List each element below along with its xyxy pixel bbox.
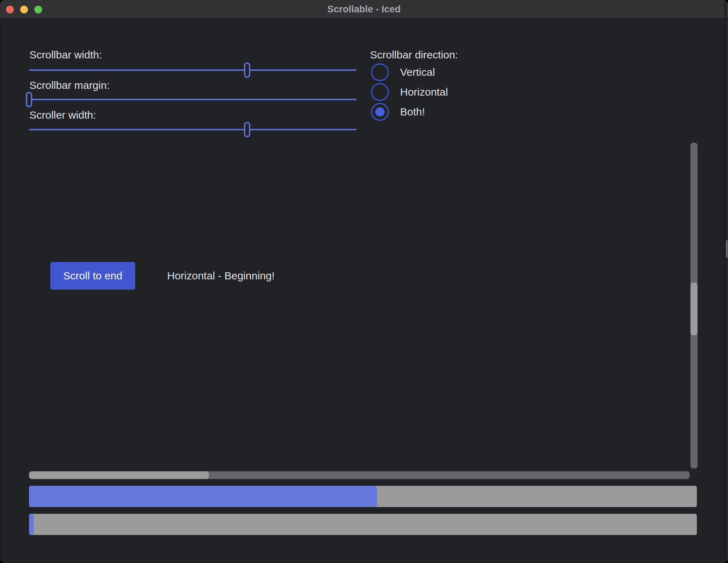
radio-circle[interactable] — [371, 63, 389, 81]
x-progress-bar — [29, 486, 697, 507]
scrollbar-margin-slider[interactable] — [29, 92, 357, 107]
vertical-scrollbar-thumb[interactable] — [690, 283, 698, 335]
slider-rail — [29, 129, 357, 130]
outer-scrollbar-track[interactable] — [726, 19, 728, 563]
scrollbar-direction-label: Scrollbar direction: — [370, 49, 458, 61]
slider-handle[interactable] — [244, 62, 250, 78]
scrollbar-width-slider[interactable] — [29, 62, 357, 78]
vertical-scrollbar-track[interactable] — [690, 143, 698, 468]
radio-option-both[interactable]: Both! — [371, 102, 425, 122]
scroll-to-end-button[interactable]: Scroll to end — [50, 262, 135, 290]
outer-scrollbar-thumb[interactable] — [726, 240, 728, 258]
progress-fill — [29, 514, 34, 535]
titlebar[interactable]: Scrollable - Iced — [0, 0, 728, 19]
radio-label[interactable]: Both! — [400, 106, 425, 118]
radio-label[interactable]: Vertical — [400, 66, 435, 78]
radio-option-horizontal[interactable]: Horizontal — [371, 82, 448, 102]
scroller-width-slider[interactable] — [29, 122, 357, 137]
window-title: Scrollable - Iced — [0, 0, 728, 19]
slider-handle[interactable] — [26, 92, 32, 107]
slider-handle[interactable] — [244, 122, 250, 137]
app-window: Scrollable - Iced Scrollbar width: Scrol… — [0, 0, 728, 563]
slider-rail — [29, 99, 357, 100]
scrollbar-width-label: Scrollbar width: — [29, 49, 102, 61]
slider-rail — [29, 69, 357, 71]
radio-dot — [375, 107, 385, 116]
radio-option-vertical[interactable]: Vertical — [371, 62, 435, 82]
radio-circle[interactable] — [371, 103, 389, 121]
radio-label[interactable]: Horizontal — [400, 86, 448, 98]
scroll-status-text: Horizontal - Beginning! — [167, 270, 275, 282]
progress-fill — [29, 486, 377, 507]
radio-circle[interactable] — [371, 83, 389, 101]
scroller-width-label: Scroller width: — [29, 109, 96, 121]
y-progress-bar — [29, 514, 697, 535]
horizontal-scrollbar-track[interactable] — [29, 471, 690, 479]
scrollbar-margin-label: Scrollbar margin: — [29, 79, 110, 91]
horizontal-scrollbar-thumb[interactable] — [29, 471, 209, 479]
